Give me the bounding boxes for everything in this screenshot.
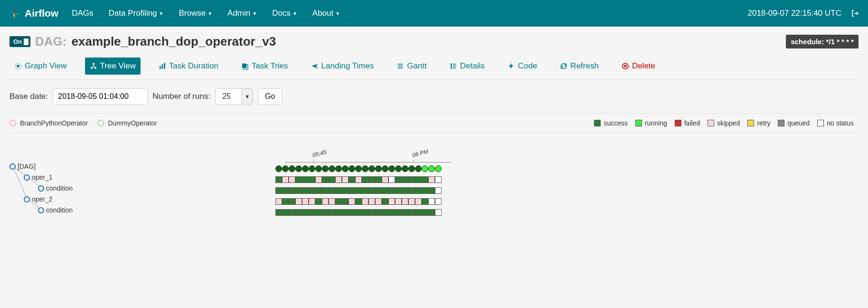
task-instance-cell[interactable] [329, 198, 335, 205]
task-instance-cell[interactable] [422, 187, 428, 194]
dag-run-cell[interactable] [375, 165, 382, 172]
dag-run-cell[interactable] [282, 165, 289, 172]
task-instance-cell[interactable] [435, 209, 442, 216]
task-instance-cell[interactable] [295, 209, 302, 216]
task-instance-cell[interactable] [342, 176, 349, 183]
task-instance-cell[interactable] [349, 187, 355, 194]
task-instance-cell[interactable] [275, 187, 282, 194]
task-instance-cell[interactable] [375, 198, 382, 205]
task-instance-cell[interactable] [322, 198, 329, 205]
task-instance-cell[interactable] [375, 209, 382, 216]
task-instance-cell[interactable] [388, 209, 395, 216]
task-instance-cell[interactable] [342, 187, 349, 194]
tree-node[interactable]: [DAG] [9, 163, 36, 170]
task-instance-cell[interactable] [395, 187, 402, 194]
tab-details[interactable]: Details [445, 58, 490, 75]
task-instance-cell[interactable] [415, 209, 422, 216]
tab-refresh[interactable]: Refresh [555, 58, 604, 75]
task-instance-cell[interactable] [329, 209, 335, 216]
dag-on-toggle[interactable]: On [9, 36, 30, 47]
base-date-input[interactable] [53, 88, 148, 105]
nav-item-admin[interactable]: Admin▼ [227, 9, 257, 18]
task-instance-cell[interactable] [349, 198, 355, 205]
task-instance-cell[interactable] [289, 198, 295, 205]
task-instance-cell[interactable] [349, 209, 355, 216]
task-instance-cell[interactable] [309, 209, 315, 216]
task-instance-cell[interactable] [335, 187, 342, 194]
nav-item-dags[interactable]: DAGs [72, 9, 93, 18]
task-instance-cell[interactable] [329, 187, 335, 194]
task-instance-cell[interactable] [315, 176, 322, 183]
task-instance-cell[interactable] [282, 198, 289, 205]
go-button[interactable]: Go [258, 88, 282, 105]
task-instance-cell[interactable] [329, 176, 335, 183]
task-instance-cell[interactable] [368, 198, 375, 205]
tab-delete[interactable]: Delete [617, 58, 660, 75]
task-instance-cell[interactable] [395, 198, 402, 205]
dag-run-cell[interactable] [388, 165, 395, 172]
chevron-down-icon[interactable]: ▼ [241, 89, 253, 104]
dag-run-cell[interactable] [275, 165, 282, 172]
task-instance-cell[interactable] [302, 198, 309, 205]
tab-gantt[interactable]: Gantt [392, 58, 432, 75]
dag-run-cell[interactable] [289, 165, 295, 172]
task-instance-cell[interactable] [362, 198, 368, 205]
task-instance-cell[interactable] [395, 176, 402, 183]
dag-run-cell[interactable] [362, 165, 368, 172]
task-instance-cell[interactable] [289, 209, 295, 216]
dag-run-cell[interactable] [322, 165, 329, 172]
task-instance-cell[interactable] [355, 176, 362, 183]
task-instance-cell[interactable] [408, 176, 415, 183]
task-instance-cell[interactable] [435, 198, 442, 205]
task-instance-cell[interactable] [275, 209, 282, 216]
task-instance-cell[interactable] [302, 187, 309, 194]
task-instance-cell[interactable] [388, 187, 395, 194]
task-instance-cell[interactable] [295, 187, 302, 194]
task-instance-cell[interactable] [375, 187, 382, 194]
nav-item-data-profiling[interactable]: Data Profiling▼ [109, 9, 164, 18]
task-instance-cell[interactable] [302, 209, 309, 216]
task-instance-cell[interactable] [275, 176, 282, 183]
tab-task-tries[interactable]: Task Tries [236, 58, 293, 75]
task-instance-cell[interactable] [382, 198, 388, 205]
task-instance-cell[interactable] [402, 198, 408, 205]
task-instance-cell[interactable] [349, 176, 355, 183]
dag-run-cell[interactable] [428, 165, 435, 172]
dag-run-cell[interactable] [355, 165, 362, 172]
task-instance-cell[interactable] [435, 176, 442, 183]
task-instance-cell[interactable] [415, 187, 422, 194]
task-instance-cell[interactable] [355, 187, 362, 194]
task-instance-cell[interactable] [309, 187, 315, 194]
brand[interactable]: Airflow [9, 7, 58, 19]
tree-node[interactable]: oper_2 [24, 195, 53, 203]
task-instance-cell[interactable] [335, 176, 342, 183]
tree-node[interactable]: condition [38, 184, 73, 192]
task-instance-cell[interactable] [428, 198, 435, 205]
task-instance-cell[interactable] [382, 176, 388, 183]
task-instance-cell[interactable] [289, 176, 295, 183]
task-instance-cell[interactable] [362, 187, 368, 194]
task-instance-cell[interactable] [415, 176, 422, 183]
task-instance-cell[interactable] [309, 176, 315, 183]
task-instance-cell[interactable] [322, 176, 329, 183]
dag-run-cell[interactable] [335, 165, 342, 172]
task-instance-cell[interactable] [375, 176, 382, 183]
task-instance-cell[interactable] [435, 187, 442, 194]
task-instance-cell[interactable] [382, 187, 388, 194]
task-instance-cell[interactable] [275, 198, 282, 205]
task-instance-cell[interactable] [335, 198, 342, 205]
tab-landing-times[interactable]: Landing Times [306, 58, 379, 75]
task-instance-cell[interactable] [388, 198, 395, 205]
task-instance-cell[interactable] [282, 187, 289, 194]
task-instance-cell[interactable] [402, 209, 408, 216]
task-instance-cell[interactable] [309, 198, 315, 205]
task-instance-cell[interactable] [422, 209, 428, 216]
task-instance-cell[interactable] [408, 198, 415, 205]
task-instance-cell[interactable] [382, 209, 388, 216]
dag-run-cell[interactable] [395, 165, 402, 172]
task-instance-cell[interactable] [302, 176, 309, 183]
task-instance-cell[interactable] [355, 198, 362, 205]
dag-run-cell[interactable] [342, 165, 349, 172]
tab-graph-view[interactable]: Graph View [9, 58, 72, 75]
task-instance-cell[interactable] [408, 187, 415, 194]
